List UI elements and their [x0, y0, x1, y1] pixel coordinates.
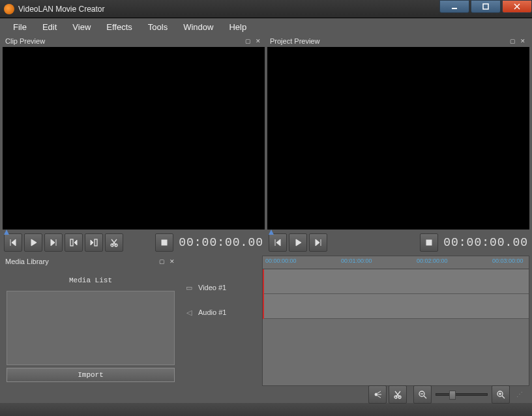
zoom-slider-thumb[interactable]	[449, 391, 456, 400]
clip-preview-title: Clip Preview	[5, 37, 243, 45]
maximize-button[interactable]	[471, 0, 501, 13]
menu-effects[interactable]: Effects	[98, 22, 140, 32]
close-panel-icon[interactable]: ✕	[518, 37, 527, 46]
playhead-marker-icon[interactable]	[269, 230, 274, 235]
pointer-tool-button[interactable]	[368, 385, 387, 404]
clip-transport-bar: 00:00:00.00	[3, 230, 265, 256]
stop-button[interactable]	[420, 233, 438, 252]
undock-icon[interactable]: ▢	[158, 258, 166, 266]
next-button[interactable]	[309, 233, 327, 252]
menu-edit[interactable]: Edit	[35, 22, 65, 32]
close-button[interactable]	[502, 0, 532, 13]
minimize-button[interactable]	[439, 0, 469, 13]
zoom-out-button[interactable]	[413, 385, 432, 404]
cut-button[interactable]	[105, 233, 123, 252]
project-timecode: 00:00:00.00	[443, 236, 528, 249]
svg-point-10	[375, 393, 377, 396]
track-label-column: ▭ Video #1 ◁ Audio #1	[181, 256, 259, 386]
track-label-audio[interactable]: ◁ Audio #1	[181, 300, 259, 325]
svg-rect-9	[426, 240, 432, 245]
zoom-slider-track[interactable]	[436, 393, 488, 396]
playhead-marker-icon[interactable]	[4, 230, 9, 235]
zoom-control	[413, 385, 510, 404]
play-button[interactable]	[24, 233, 42, 252]
close-panel-icon[interactable]: ✕	[254, 37, 262, 46]
timeline-playhead[interactable]	[263, 269, 264, 319]
project-transport-bar: 00:00:00.00	[267, 230, 529, 256]
undock-icon[interactable]: ▢	[509, 37, 517, 46]
track-label-video[interactable]: ▭ Video #1	[181, 275, 259, 300]
svg-rect-5	[95, 239, 97, 246]
next-button[interactable]	[44, 233, 63, 252]
clip-timecode: 00:00:00.00	[179, 236, 263, 249]
menu-help[interactable]: Help	[221, 22, 254, 32]
project-preview-viewport	[267, 47, 529, 230]
menu-view[interactable]: View	[65, 22, 98, 32]
project-preview-title: Project Preview	[270, 37, 507, 45]
timeline[interactable]: 00:00:00:00 00:01:00:00 00:02:00:00 00:0…	[262, 256, 529, 386]
media-list-heading: Media List	[5, 273, 176, 291]
audio-track-row[interactable]	[263, 294, 529, 319]
ruler-tick: 00:03:00:00	[492, 258, 524, 264]
menu-window[interactable]: Window	[175, 22, 221, 32]
svg-rect-4	[70, 239, 73, 246]
menu-bar: File Edit View Effects Tools Window Help	[0, 18, 532, 35]
mark-in-button[interactable]	[65, 233, 83, 252]
svg-rect-1	[483, 4, 488, 9]
import-button[interactable]: Import	[7, 368, 175, 382]
window-status-bar	[0, 403, 532, 416]
stop-button[interactable]	[155, 233, 173, 252]
window-controls	[438, 0, 532, 18]
audio-track-icon: ◁	[184, 309, 194, 316]
undock-icon[interactable]: ▢	[244, 37, 252, 46]
prev-button[interactable]	[4, 233, 22, 252]
track-label-text: Video #1	[198, 284, 226, 291]
media-list[interactable]	[7, 291, 175, 365]
app-icon	[4, 4, 14, 14]
clip-preview-viewport	[3, 47, 265, 230]
play-button[interactable]	[289, 233, 307, 252]
close-panel-icon[interactable]: ✕	[168, 258, 176, 266]
prev-button[interactable]	[269, 233, 287, 252]
ruler-tick: 00:01:00:00	[341, 258, 372, 264]
window-titlebar: VideoLAN Movie Creator	[0, 0, 532, 18]
timeline-ruler[interactable]: 00:00:00:00 00:01:00:00 00:02:00:00 00:0…	[263, 256, 529, 269]
menu-tools[interactable]: Tools	[140, 22, 175, 32]
cut-tool-button[interactable]	[389, 385, 407, 404]
zoom-in-button[interactable]	[492, 385, 510, 404]
resize-grip-icon[interactable]: ⋰	[516, 391, 524, 398]
window-title: VideoLAN Movie Creator	[18, 5, 438, 14]
video-track-row[interactable]	[263, 269, 529, 294]
menu-file[interactable]: File	[5, 22, 35, 32]
video-track-icon: ▭	[184, 284, 194, 291]
mark-out-button[interactable]	[85, 233, 103, 252]
media-library-title: Media Library	[5, 258, 156, 265]
timeline-empty-area	[263, 319, 529, 385]
svg-rect-8	[162, 240, 167, 245]
ruler-tick: 00:02:00:00	[417, 258, 448, 264]
track-label-text: Audio #1	[198, 308, 226, 316]
ruler-tick: 00:00:00:00	[265, 258, 297, 264]
bottom-toolbar: ⋰	[3, 386, 529, 403]
